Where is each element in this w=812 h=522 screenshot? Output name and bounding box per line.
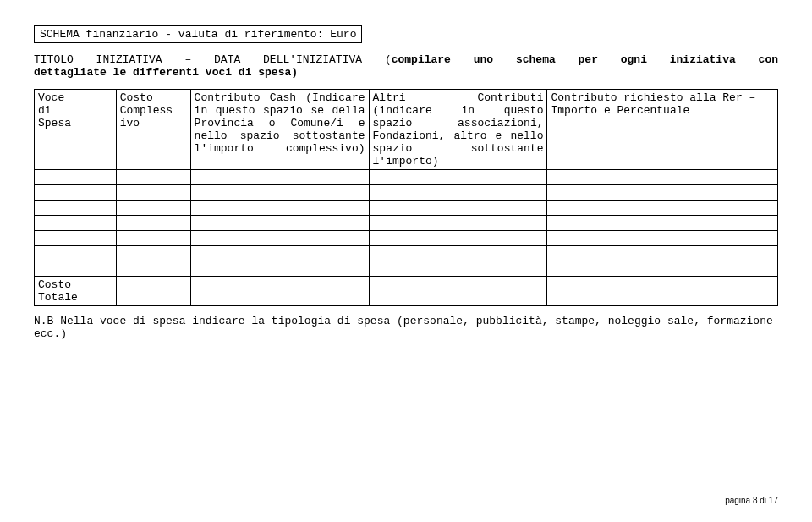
col-costo-complessivo: Costo Compless ivo bbox=[116, 90, 190, 170]
table-header-row: Voce di Spesa Costo Compless ivo Contrib… bbox=[35, 90, 778, 170]
table-row bbox=[35, 246, 778, 261]
col1-l3: Spesa bbox=[38, 117, 112, 129]
col-contributo-richiesto: Contributo richiesto alla Rer – Importo … bbox=[547, 90, 778, 170]
table-row bbox=[35, 231, 778, 246]
intro-paren: ( bbox=[385, 53, 392, 66]
page-number: pagina 8 di 17 bbox=[725, 496, 778, 505]
intro-bold1: compilare uno schema per ogni iniziativa… bbox=[392, 53, 778, 66]
col-altri-contributi: Altri Contributi (indicare in questo spa… bbox=[369, 90, 547, 170]
table-total-row: Costo Totale bbox=[35, 277, 778, 306]
schema-header: SCHEMA finanziario - valuta di riferimen… bbox=[34, 25, 362, 43]
note-text: N.B Nella voce di spesa indicare la tipo… bbox=[34, 315, 778, 340]
table-row bbox=[35, 170, 778, 185]
intro-prefix: TITOLO INIZIATIVA – DATA DELL'INIZIATIVA bbox=[34, 53, 362, 66]
table-row bbox=[35, 201, 778, 216]
intro-bold2: dettagliate le differenti voci di spesa) bbox=[34, 66, 298, 79]
col2-l1: Costo bbox=[120, 91, 187, 104]
col2-l3: ivo bbox=[120, 117, 187, 129]
table-row bbox=[35, 261, 778, 277]
col-contributo-cash: Contributo Cash (Indicare in questo spaz… bbox=[190, 90, 369, 170]
table-row bbox=[35, 185, 778, 201]
table-row bbox=[35, 216, 778, 231]
intro-line: TITOLO INIZIATIVA – DATA DELL'INIZIATIVA… bbox=[34, 53, 778, 66]
col5-text: Contributo richiesto alla Rer – Importo … bbox=[551, 91, 755, 117]
total-label-cell: Costo Totale bbox=[35, 277, 117, 306]
intro-line2: dettagliate le differenti voci di spesa) bbox=[34, 66, 778, 79]
col1-l1: Voce bbox=[38, 91, 112, 104]
col-voce-spesa: Voce di Spesa bbox=[35, 90, 117, 170]
col1-l2: di bbox=[38, 104, 112, 117]
col2-l2: Compless bbox=[120, 104, 187, 117]
schema-header-text: SCHEMA finanziario - valuta di riferimen… bbox=[40, 28, 356, 41]
finance-table: Voce di Spesa Costo Compless ivo Contrib… bbox=[34, 89, 778, 306]
